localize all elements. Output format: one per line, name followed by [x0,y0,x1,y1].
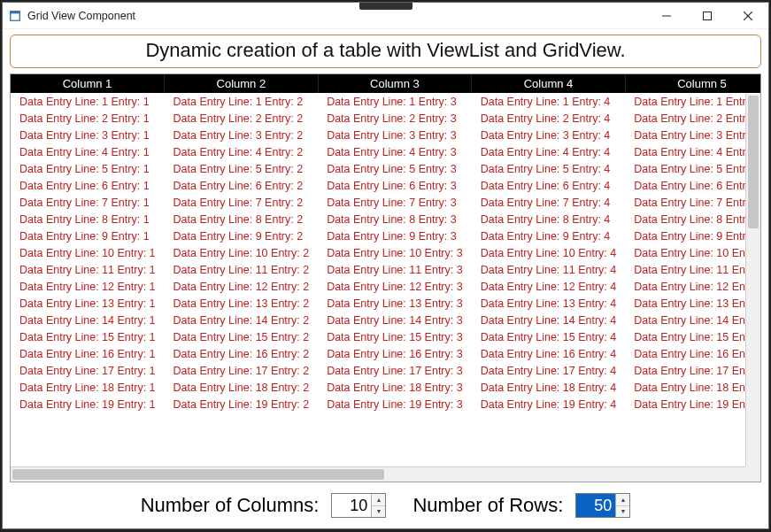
column-header[interactable]: Column 1 [11,74,165,93]
table-cell: Data Entry Line: 1 Entry: 5 [625,93,760,110]
table-row[interactable]: Data Entry Line: 14 Entry: 1Data Entry L… [11,312,760,328]
maximize-button[interactable] [687,3,728,28]
table-cell: Data Entry Line: 5 Entry: 1 [11,160,165,177]
table-cell: Data Entry Line: 10 Entry: 4 [472,244,626,261]
rows-stepper[interactable]: ▲ ▼ [575,493,630,518]
data-grid[interactable]: Column 1Column 2Column 3Column 4Column 5… [10,73,761,482]
table-cell: Data Entry Line: 9 Entry: 2 [165,227,319,244]
column-header[interactable]: Column 5 [625,74,760,93]
vertical-scroll-thumb[interactable] [748,96,759,228]
table-row[interactable]: Data Entry Line: 12 Entry: 1Data Entry L… [11,278,760,295]
table-cell: Data Entry Line: 12 Entry: 1 [11,278,165,295]
table-row[interactable]: Data Entry Line: 13 Entry: 1Data Entry L… [11,295,760,312]
table-cell: Data Entry Line: 14 Entry: 3 [318,312,472,328]
horizontal-scroll-thumb[interactable] [12,469,384,480]
app-icon [8,9,22,23]
table-cell: Data Entry Line: 11 Entry: 3 [318,261,472,278]
table-row[interactable]: Data Entry Line: 4 Entry: 1Data Entry Li… [11,143,760,160]
table-cell: Data Entry Line: 3 Entry: 1 [11,127,165,143]
table-cell: Data Entry Line: 11 Entry: 4 [472,261,626,278]
table-cell: Data Entry Line: 10 Entry: 5 [625,244,760,261]
table-row[interactable]: Data Entry Line: 19 Entry: 1Data Entry L… [11,396,760,412]
rows-label: Number of Rows: [412,494,563,517]
table-row[interactable]: Data Entry Line: 18 Entry: 1Data Entry L… [11,379,760,396]
window-title: Grid View Component [27,10,135,22]
column-header[interactable]: Column 2 [165,74,319,93]
table-cell: Data Entry Line: 9 Entry: 1 [11,227,165,244]
table-cell: Data Entry Line: 4 Entry: 4 [472,143,626,160]
table-row[interactable]: Data Entry Line: 8 Entry: 1Data Entry Li… [11,211,760,227]
table-cell: Data Entry Line: 2 Entry: 1 [11,110,165,127]
table-cell: Data Entry Line: 15 Entry: 5 [625,328,760,345]
table-cell: Data Entry Line: 3 Entry: 5 [625,127,760,143]
columns-input[interactable] [332,494,371,517]
table-cell: Data Entry Line: 9 Entry: 4 [472,227,626,244]
column-header[interactable]: Column 4 [472,74,626,93]
table-row[interactable]: Data Entry Line: 11 Entry: 1Data Entry L… [11,261,760,278]
rows-step-down-button[interactable]: ▼ [616,506,629,518]
table-cell: Data Entry Line: 5 Entry: 4 [472,160,626,177]
table-cell: Data Entry Line: 12 Entry: 4 [472,278,626,295]
table-cell: Data Entry Line: 14 Entry: 1 [11,312,165,328]
table-row[interactable]: Data Entry Line: 1 Entry: 1Data Entry Li… [11,93,760,110]
table-cell: Data Entry Line: 1 Entry: 4 [472,93,626,110]
table-row[interactable]: Data Entry Line: 2 Entry: 1Data Entry Li… [11,110,760,127]
minimize-button[interactable] [646,3,687,28]
table-cell: Data Entry Line: 5 Entry: 2 [165,160,319,177]
table-cell: Data Entry Line: 19 Entry: 5 [625,396,760,412]
svg-rect-3 [704,12,712,19]
scroll-corner [745,466,760,482]
table-cell: Data Entry Line: 3 Entry: 3 [318,127,472,143]
rows-step-up-button[interactable]: ▲ [616,494,629,506]
table-cell: Data Entry Line: 8 Entry: 1 [11,211,165,227]
table-row[interactable]: Data Entry Line: 3 Entry: 1Data Entry Li… [11,127,760,143]
vertical-scrollbar[interactable] [745,94,760,466]
table-cell: Data Entry Line: 9 Entry: 3 [318,227,472,244]
table-cell: Data Entry Line: 8 Entry: 2 [165,211,319,227]
table-cell: Data Entry Line: 11 Entry: 1 [11,261,165,278]
table-cell: Data Entry Line: 6 Entry: 3 [318,177,472,194]
table-cell: Data Entry Line: 18 Entry: 4 [472,379,626,396]
columns-stepper[interactable]: ▲ ▼ [331,493,386,518]
table-row[interactable]: Data Entry Line: 6 Entry: 1Data Entry Li… [11,177,760,194]
table-cell: Data Entry Line: 8 Entry: 5 [625,211,760,227]
table-cell: Data Entry Line: 13 Entry: 3 [318,295,472,312]
table-cell: Data Entry Line: 2 Entry: 2 [165,110,319,127]
table-cell: Data Entry Line: 16 Entry: 2 [165,345,319,362]
table-cell: Data Entry Line: 14 Entry: 4 [472,312,626,328]
rows-input[interactable] [576,494,615,517]
column-header[interactable]: Column 3 [318,74,472,93]
columns-step-up-button[interactable]: ▲ [372,494,385,506]
table-cell: Data Entry Line: 18 Entry: 5 [625,379,760,396]
table-row[interactable]: Data Entry Line: 10 Entry: 1Data Entry L… [11,244,760,261]
table-cell: Data Entry Line: 7 Entry: 1 [11,194,165,211]
table-row[interactable]: Data Entry Line: 5 Entry: 1Data Entry Li… [11,160,760,177]
table-cell: Data Entry Line: 16 Entry: 5 [625,345,760,362]
table-cell: Data Entry Line: 6 Entry: 1 [11,177,165,194]
table-row[interactable]: Data Entry Line: 7 Entry: 1Data Entry Li… [11,194,760,211]
table-cell: Data Entry Line: 16 Entry: 4 [472,345,626,362]
table-cell: Data Entry Line: 11 Entry: 5 [625,261,760,278]
horizontal-scrollbar[interactable]: ◀ ▶ [11,466,745,482]
table-cell: Data Entry Line: 9 Entry: 5 [625,227,760,244]
close-button[interactable] [728,3,768,28]
table-row[interactable]: Data Entry Line: 17 Entry: 1Data Entry L… [11,362,760,379]
titlebar[interactable]: Grid View Component [3,3,768,29]
table-cell: Data Entry Line: 4 Entry: 3 [318,143,472,160]
table-row[interactable]: Data Entry Line: 16 Entry: 1Data Entry L… [11,345,760,362]
page-title: Dynamic creation of a table with ViewLis… [10,35,761,68]
table-row[interactable]: Data Entry Line: 9 Entry: 1Data Entry Li… [11,227,760,244]
table-cell: Data Entry Line: 1 Entry: 3 [318,93,472,110]
table-cell: Data Entry Line: 14 Entry: 2 [165,312,319,328]
titlebar-grip[interactable] [359,3,412,10]
columns-label: Number of Columns: [141,494,320,517]
table-cell: Data Entry Line: 15 Entry: 2 [165,328,319,345]
table-cell: Data Entry Line: 17 Entry: 2 [165,362,319,379]
table-cell: Data Entry Line: 15 Entry: 4 [472,328,626,345]
table-cell: Data Entry Line: 4 Entry: 1 [11,143,165,160]
table-cell: Data Entry Line: 18 Entry: 2 [165,379,319,396]
columns-step-down-button[interactable]: ▼ [372,506,385,518]
table-row[interactable]: Data Entry Line: 15 Entry: 1Data Entry L… [11,328,760,345]
table-cell: Data Entry Line: 13 Entry: 5 [625,295,760,312]
table-cell: Data Entry Line: 7 Entry: 2 [165,194,319,211]
